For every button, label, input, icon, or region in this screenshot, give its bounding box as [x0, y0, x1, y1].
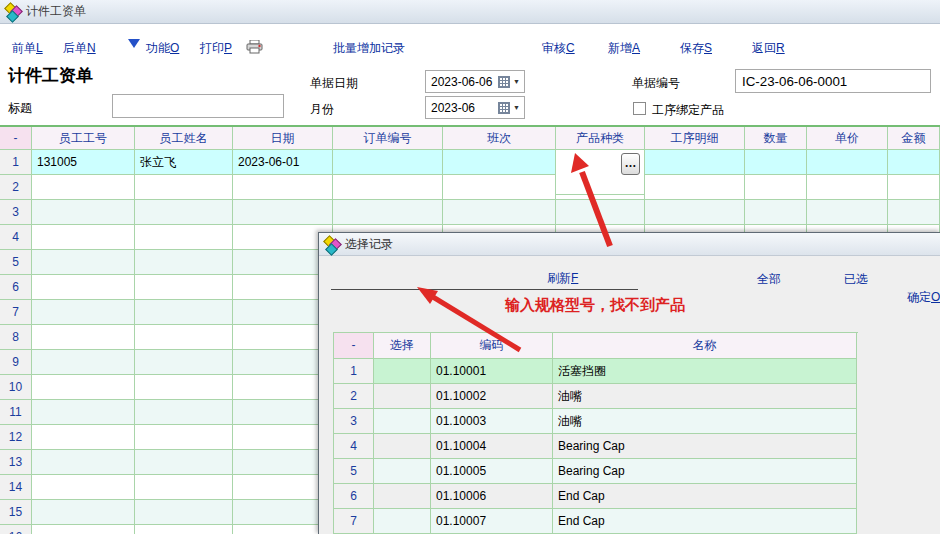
row-number[interactable]: 14: [0, 475, 32, 500]
grid-cell[interactable]: [745, 150, 807, 175]
grid-cell[interactable]: [807, 200, 888, 225]
grid-cell[interactable]: Bearing Cap: [553, 459, 857, 484]
grid-cell[interactable]: [374, 459, 431, 484]
grid-cell[interactable]: [135, 400, 233, 425]
column-header[interactable]: 订单编号: [333, 127, 443, 150]
grid-cell[interactable]: [233, 175, 333, 200]
add-new-button[interactable]: 新增A: [608, 40, 640, 57]
print-button[interactable]: 打印P: [200, 40, 232, 57]
row-number[interactable]: 15: [0, 500, 32, 525]
grid-cell[interactable]: [135, 525, 233, 534]
grid-cell[interactable]: [135, 175, 233, 200]
grid-cell[interactable]: [135, 475, 233, 500]
row-number[interactable]: 12: [0, 425, 32, 450]
grid-cell[interactable]: [374, 509, 431, 534]
product-lookup-button[interactable]: …: [621, 153, 640, 175]
doc-no-input[interactable]: [735, 69, 931, 93]
row-number[interactable]: 3: [334, 409, 374, 434]
grid-cell[interactable]: [556, 200, 645, 225]
grid-cell[interactable]: [135, 250, 233, 275]
grid-cell[interactable]: [807, 150, 888, 175]
grid-cell[interactable]: 2023-06-01: [233, 150, 333, 175]
filter-selected-button[interactable]: 已选: [844, 271, 868, 288]
row-number[interactable]: 4: [0, 225, 32, 250]
column-header[interactable]: 产品种类: [556, 127, 645, 150]
row-number[interactable]: 5: [334, 459, 374, 484]
grid-cell[interactable]: [32, 500, 135, 525]
column-header[interactable]: -: [334, 333, 374, 359]
column-header[interactable]: 编码: [431, 333, 553, 359]
grid-cell[interactable]: 01.10006: [431, 484, 553, 509]
grid-cell[interactable]: [333, 200, 443, 225]
column-header[interactable]: 名称: [553, 333, 857, 359]
refresh-button[interactable]: 刷新F: [547, 270, 578, 287]
row-number[interactable]: 7: [0, 300, 32, 325]
row-number[interactable]: 6: [334, 484, 374, 509]
grid-cell[interactable]: [32, 325, 135, 350]
grid-cell[interactable]: [135, 450, 233, 475]
grid-cell[interactable]: [32, 475, 135, 500]
row-number[interactable]: 7: [334, 509, 374, 534]
row-number[interactable]: 5: [0, 250, 32, 275]
next-doc-button[interactable]: 后单N: [63, 40, 96, 57]
grid-cell[interactable]: [443, 150, 556, 175]
grid-cell[interactable]: [135, 350, 233, 375]
month-picker[interactable]: 2023-06 ▼: [425, 96, 525, 119]
grid-cell[interactable]: [32, 250, 135, 275]
grid-cell[interactable]: 01.10005: [431, 459, 553, 484]
grid-cell[interactable]: [443, 200, 556, 225]
grid-cell[interactable]: [135, 225, 233, 250]
back-button[interactable]: 返回R: [752, 40, 785, 57]
grid-cell[interactable]: [374, 484, 431, 509]
row-number[interactable]: 2: [0, 175, 32, 200]
grid-cell[interactable]: 油嘴: [553, 384, 857, 409]
bind-product-checkbox[interactable]: [633, 102, 646, 115]
grid-cell[interactable]: [374, 434, 431, 459]
grid-cell[interactable]: [745, 200, 807, 225]
grid-cell[interactable]: 01.10003: [431, 409, 553, 434]
grid-cell[interactable]: [374, 359, 431, 384]
grid-cell[interactable]: [443, 175, 556, 200]
row-number[interactable]: 6: [0, 275, 32, 300]
row-number[interactable]: 3: [0, 200, 32, 225]
grid-cell[interactable]: [32, 200, 135, 225]
grid-cell[interactable]: End Cap: [553, 509, 857, 534]
grid-cell[interactable]: [888, 200, 940, 225]
grid-cell[interactable]: 01.10001: [431, 359, 553, 384]
grid-cell[interactable]: [233, 200, 333, 225]
batch-add-records-button[interactable]: 批量增加记录: [333, 40, 405, 57]
grid-cell[interactable]: [374, 384, 431, 409]
row-number[interactable]: 2: [334, 384, 374, 409]
row-number[interactable]: 1: [334, 359, 374, 384]
grid-cell[interactable]: [32, 350, 135, 375]
grid-cell[interactable]: [32, 225, 135, 250]
calendar-dropdown-icon[interactable]: ▼: [498, 76, 520, 88]
grid-cell[interactable]: [32, 300, 135, 325]
grid-cell[interactable]: 油嘴: [553, 409, 857, 434]
grid-cell[interactable]: [333, 150, 443, 175]
grid-cell[interactable]: [32, 400, 135, 425]
row-number[interactable]: 1: [0, 150, 32, 175]
column-header[interactable]: 工序明细: [645, 127, 745, 150]
grid-cell[interactable]: [135, 375, 233, 400]
grid-cell[interactable]: Bearing Cap: [553, 434, 857, 459]
grid-cell[interactable]: [807, 175, 888, 200]
spec-search-input[interactable]: [331, 271, 638, 290]
prev-doc-button[interactable]: 前单L: [12, 40, 43, 57]
audit-button[interactable]: 审核C: [542, 40, 575, 57]
grid-cell[interactable]: [135, 325, 233, 350]
column-header[interactable]: 员工工号: [32, 127, 135, 150]
grid-cell[interactable]: [888, 175, 940, 200]
row-number[interactable]: 16: [0, 525, 32, 534]
grid-cell[interactable]: [32, 375, 135, 400]
grid-cell[interactable]: 131005: [32, 150, 135, 175]
column-header[interactable]: 单价: [807, 127, 888, 150]
save-button[interactable]: 保存S: [680, 40, 712, 57]
column-header[interactable]: 日期: [233, 127, 333, 150]
column-header[interactable]: -: [0, 127, 32, 150]
function-menu-button[interactable]: 功能O: [146, 40, 179, 57]
grid-cell[interactable]: 01.10007: [431, 509, 553, 534]
grid-cell[interactable]: [135, 425, 233, 450]
grid-cell[interactable]: [32, 175, 135, 200]
row-number[interactable]: 4: [334, 434, 374, 459]
